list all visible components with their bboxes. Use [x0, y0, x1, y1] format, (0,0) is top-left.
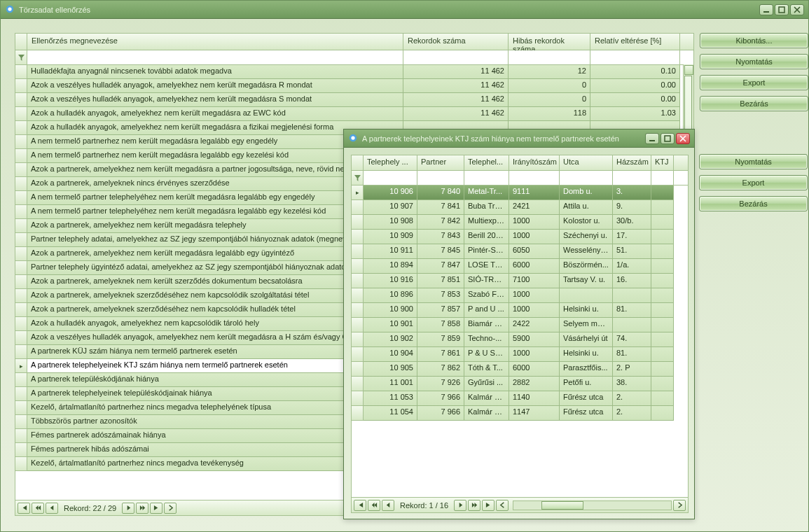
child-export-button[interactable]: Export: [699, 175, 808, 190]
app-icon: [348, 133, 358, 144]
table-row[interactable]: 10 9067 840Metal-Tr...9111Domb u.3.: [352, 186, 688, 200]
cell-bad: 0: [509, 93, 590, 107]
nav-arrow-button[interactable]: [164, 503, 177, 514]
col-utca[interactable]: Utca: [560, 155, 613, 170]
nav-next-button[interactable]: [122, 503, 134, 514]
cell-c7: [651, 347, 674, 362]
nav-first-button[interactable]: [354, 500, 366, 511]
table-row[interactable]: 10 9007 857P and U ...1000Helsinki u.81.: [352, 303, 688, 318]
cell-c1: 10 902: [364, 332, 417, 347]
table-row[interactable]: 10 9057 862Tóth & T...6000Parasztfőis...…: [352, 362, 688, 377]
col-telephely[interactable]: Telephely ...: [364, 155, 417, 170]
close-panel-button[interactable]: Bezárás: [700, 96, 808, 111]
child-titlebar[interactable]: A partnerek telephelyeinek KTJ szám hián…: [344, 130, 694, 148]
nav-last-button[interactable]: [482, 500, 495, 511]
child-minimize-button[interactable]: [645, 133, 659, 144]
col-records[interactable]: Rekordok száma: [403, 34, 509, 50]
nav-hscroll-left[interactable]: [496, 500, 509, 511]
expand-button[interactable]: Kibontás...: [700, 33, 808, 48]
cell-c1: 10 904: [364, 347, 417, 362]
table-row[interactable]: 10 9047 861P & U Sp...1000Helsinki u.81.: [352, 347, 688, 362]
table-row[interactable]: 10 9097 843Berill 200...1000Széchenyi u.…: [352, 230, 688, 244]
child-grid: Telephely ... Partner Telephel... Irányí…: [351, 155, 689, 513]
cell-c5: Wesselényi ...: [560, 244, 613, 259]
table-row[interactable]: 10 9167 851SIÓ-TRA...7100Tartsay V. u.16…: [352, 274, 688, 288]
nav-prevpage-button[interactable]: [368, 500, 380, 511]
cell-c6: 30/b.: [613, 215, 651, 230]
cell-c5: Domb u.: [560, 186, 613, 200]
cell-c3: Multiexpr...: [464, 215, 509, 230]
col-name[interactable]: Ellenőrzés megnevezése: [27, 34, 403, 50]
cell-c3: SIÓ-TRA...: [464, 274, 509, 288]
nav-prev-button[interactable]: [382, 500, 394, 511]
nav-prev-button[interactable]: [46, 503, 58, 514]
table-row[interactable]: 11 0537 966Kalmár é...1140Fűrész utca2.: [352, 391, 688, 406]
table-row[interactable]: 10 8967 853Szabó Fe...1000: [352, 288, 688, 303]
main-titlebar[interactable]: Törzsadat ellenőrzés: [1, 1, 808, 19]
close-button[interactable]: [790, 4, 804, 15]
cell-c5: Fűrész utca: [560, 391, 613, 406]
cell-c1: 10 905: [364, 362, 417, 377]
child-close-button[interactable]: [676, 133, 690, 144]
table-row[interactable]: 11 0017 926Gyűrűsi ...2882Petőfi u.38.: [352, 377, 688, 391]
cell-c7: [651, 377, 674, 391]
horizontal-scrollbar[interactable]: [513, 500, 672, 510]
filter-row[interactable]: [15, 50, 693, 65]
table-row[interactable]: Azok a hulladék anyagok, amelyekhez nem …: [15, 107, 693, 121]
table-row[interactable]: 10 9087 842Multiexpr...1000Kolostor u.30…: [352, 215, 688, 230]
child-maximize-button[interactable]: [661, 133, 675, 144]
scroll-up-button[interactable]: [684, 65, 693, 75]
child-print-button[interactable]: Nyomtatás: [699, 154, 808, 169]
nav-hscroll-right[interactable]: [673, 500, 686, 511]
col-partner[interactable]: Partner: [417, 155, 464, 170]
child-grid-body[interactable]: 10 9067 840Metal-Tr...9111Domb u.3.10 90…: [352, 186, 688, 496]
nav-first-button[interactable]: [18, 503, 30, 514]
table-row[interactable]: 10 8947 847LOSE Tra...6000Böszörmén...1/…: [352, 259, 688, 274]
minimize-button[interactable]: [759, 4, 773, 15]
filter-icon[interactable]: [352, 171, 364, 185]
cell-c5: Vásárhelyi út: [560, 332, 613, 347]
cell-c2: 7 847: [417, 259, 464, 274]
cell-c4: 1147: [509, 406, 560, 421]
nav-nextpage-button[interactable]: [468, 500, 480, 511]
child-close-panel-button[interactable]: Bezárás: [699, 196, 808, 211]
child-window: A partnerek telephelyeinek KTJ szám hián…: [343, 129, 695, 519]
export-button[interactable]: Export: [700, 75, 808, 90]
table-row[interactable]: Azok a veszélyes hulladék anyagok, amely…: [15, 79, 693, 93]
table-row[interactable]: 10 9027 859Techno-...5900Vásárhelyi út74…: [352, 332, 688, 347]
col-pct[interactable]: Relatív eltérése [%]: [590, 34, 680, 50]
print-button[interactable]: Nyomtatás: [700, 54, 808, 69]
cell-c6: 81.: [613, 347, 651, 362]
nav-nextpage-button[interactable]: [136, 503, 148, 514]
cell-c1: 10 906: [364, 186, 417, 200]
cell-c2: 7 851: [417, 274, 464, 288]
cell-c2: 7 859: [417, 332, 464, 347]
col-telephelname[interactable]: Telephel...: [464, 155, 509, 170]
table-row[interactable]: 10 9117 845Pintér-Sp...6050Wesselényi ..…: [352, 244, 688, 259]
filter-icon[interactable]: [15, 50, 27, 64]
main-title: Törzsadat ellenőrzés: [19, 6, 759, 14]
cell-bad: 118: [509, 107, 590, 121]
main-grid-header[interactable]: Ellenőrzés megnevezése Rekordok száma Hi…: [15, 34, 693, 50]
table-row[interactable]: Hulladékfajta anyagnál nincsenek további…: [15, 65, 693, 79]
maximize-button[interactable]: [775, 4, 789, 15]
col-irsz[interactable]: Irányítószám: [509, 155, 560, 170]
table-row[interactable]: Azok a veszélyes hulladék anyagok, amely…: [15, 93, 693, 107]
col-bad[interactable]: Hibás rekordok száma: [509, 34, 590, 50]
cell-c7: [651, 318, 674, 332]
cell-c7: [651, 186, 674, 200]
table-row[interactable]: 11 0547 966Kalmár é...1147Fűrész utca2.: [352, 406, 688, 421]
col-hazszam[interactable]: Házszám: [613, 155, 651, 170]
col-ktj[interactable]: KTJ: [651, 155, 674, 170]
cell-c6: 16.: [613, 274, 651, 288]
table-row[interactable]: 10 9077 841Buba Tra...2421Attila u.9.: [352, 200, 688, 215]
cell-c5: Széchenyi u.: [560, 230, 613, 244]
nav-last-button[interactable]: [150, 503, 163, 514]
hscroll-thumb[interactable]: [541, 501, 583, 510]
nav-next-button[interactable]: [454, 500, 466, 511]
nav-prevpage-button[interactable]: [32, 503, 44, 514]
table-row[interactable]: 10 9017 858Biamár K...2422Selyem major: [352, 318, 688, 332]
child-filter-row[interactable]: [352, 171, 688, 186]
child-grid-header[interactable]: Telephely ... Partner Telephel... Irányí…: [352, 155, 688, 171]
cell-c5: Selyem major: [560, 318, 613, 332]
